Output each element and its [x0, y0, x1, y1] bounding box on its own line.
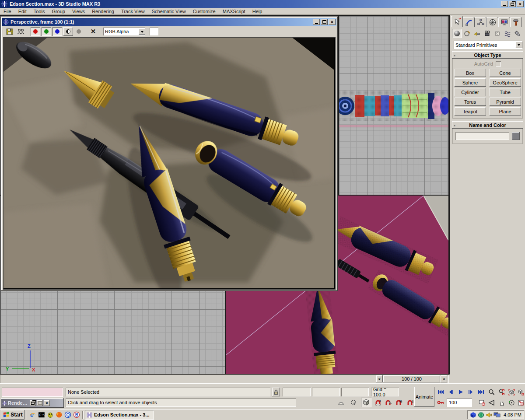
tray-volume-icon[interactable]	[486, 412, 492, 418]
tab-display[interactable]	[498, 17, 510, 27]
monochrome-toggle[interactable]	[63, 27, 73, 36]
current-frame-field[interactable]: 100	[447, 398, 472, 407]
snap-toggle-3d[interactable]: 3	[373, 398, 383, 407]
object-type-box[interactable]: Box	[455, 69, 486, 77]
quicklaunch-q-app-icon[interactable]: Q	[63, 411, 72, 419]
coordinate-x-field[interactable]	[283, 388, 311, 396]
time-slider-prev-button[interactable]: <	[376, 375, 383, 382]
zoom-extents-all-button[interactable]	[517, 388, 525, 396]
menu-tools[interactable]: Tools	[30, 8, 49, 14]
app-minimize-button[interactable]	[501, 1, 508, 7]
app-close-button[interactable]: ×	[517, 1, 524, 7]
object-type-cylinder[interactable]: Cylinder	[455, 88, 486, 96]
object-type-plane[interactable]: Plane	[490, 107, 521, 116]
menu-customize[interactable]: Customize	[189, 8, 219, 14]
object-type-geosphere[interactable]: GeoSphere	[490, 78, 521, 87]
category-shapes[interactable]	[462, 29, 472, 38]
play-button[interactable]	[456, 388, 466, 396]
viewport-top-right[interactable]	[339, 16, 448, 195]
object-name-input[interactable]	[455, 132, 509, 140]
render-minimize-button[interactable]	[313, 19, 320, 25]
chevron-down-icon[interactable]	[515, 42, 522, 48]
animate-button[interactable]: Animate	[414, 387, 434, 407]
menu-rendering[interactable]: Rendering	[88, 8, 118, 14]
task-button-max[interactable]: Edson Section.max - 3...	[85, 410, 154, 420]
render-window-titlebar[interactable]: Perspective, frame 100 (1:1) ×	[2, 18, 336, 26]
render-frame-window[interactable]: Perspective, frame 100 (1:1) × ✕	[1, 17, 338, 291]
category-space-warps[interactable]	[502, 29, 512, 38]
menu-group[interactable]: Group	[48, 8, 69, 14]
quicklaunch-terminal-icon[interactable]: C:\	[37, 411, 46, 419]
go-to-start-button[interactable]	[436, 388, 445, 396]
category-cameras[interactable]	[482, 29, 492, 38]
key-mode-toggle[interactable]	[436, 398, 445, 407]
selection-lock-toggle[interactable]	[272, 388, 280, 396]
time-slider-track[interactable]: < 100 / 100 >	[0, 374, 449, 383]
zoom-button[interactable]	[487, 388, 496, 396]
tray-globe-icon[interactable]	[478, 412, 484, 418]
crossing-selection-toggle[interactable]	[361, 398, 371, 407]
object-type-teapot[interactable]: Teapot	[455, 107, 486, 116]
channel-dropdown[interactable]: RGB Alpha	[103, 28, 145, 35]
spinner-snap-toggle[interactable]	[406, 398, 415, 407]
time-configuration-button[interactable]	[477, 398, 486, 407]
name-color-rollout-header[interactable]: - Name and Color	[452, 121, 523, 129]
app-restore-button[interactable]	[509, 1, 516, 7]
zoom-extents-button[interactable]	[507, 388, 516, 396]
primitives-dropdown[interactable]: Standard Primitives	[454, 41, 522, 49]
quicklaunch-internet-explorer-icon[interactable]: e	[28, 411, 37, 419]
maxscript-mini-listener[interactable]	[2, 388, 63, 397]
next-frame-button[interactable]	[466, 388, 476, 396]
zoom-all-button[interactable]	[497, 388, 506, 396]
tab-modify[interactable]	[463, 17, 475, 27]
menu-track-view[interactable]: Track View	[118, 8, 148, 14]
time-slider-next-button[interactable]: >	[441, 375, 447, 382]
category-lights[interactable]	[472, 29, 482, 38]
tab-utilities[interactable]	[510, 17, 522, 27]
coordinate-z-field[interactable]	[341, 388, 369, 396]
category-helpers[interactable]	[492, 29, 502, 38]
arc-rotate-button[interactable]	[507, 398, 516, 407]
red-channel-toggle[interactable]	[31, 27, 40, 36]
tray-cube-icon[interactable]	[470, 412, 476, 418]
go-to-end-button[interactable]	[476, 388, 486, 396]
pan-button[interactable]	[497, 398, 506, 407]
category-systems[interactable]	[512, 29, 522, 38]
green-channel-toggle[interactable]	[42, 27, 51, 36]
object-type-pyramid[interactable]: Pyramid	[490, 98, 521, 106]
menu-maxscript[interactable]: MAXScript	[219, 8, 249, 14]
angle-snap-toggle[interactable]	[384, 398, 393, 407]
clear-render-button[interactable]: ✕	[88, 27, 98, 36]
tray-display-icon[interactable]	[494, 412, 500, 418]
min-max-toggle-button[interactable]	[517, 398, 525, 407]
quicklaunch-browser-icon[interactable]	[55, 411, 63, 419]
render-scene-maximize-button[interactable]	[37, 400, 43, 406]
quicklaunch-bug-icon[interactable]	[46, 411, 55, 419]
object-type-cone[interactable]: Cone	[490, 69, 521, 77]
render-scene-close-button[interactable]: ×	[44, 400, 50, 406]
selection-region-button[interactable]	[349, 398, 358, 407]
render-close-button[interactable]: ×	[329, 19, 336, 25]
menu-schematic-view[interactable]: Schematic View	[148, 8, 189, 14]
background-color-swatch[interactable]	[150, 28, 158, 35]
save-bitmap-button[interactable]	[5, 27, 14, 36]
tab-hierarchy[interactable]	[475, 17, 486, 27]
autogrid-checkbox[interactable]	[496, 61, 501, 66]
degradation-override-button[interactable]	[336, 398, 346, 407]
menu-file[interactable]: File	[0, 8, 15, 14]
object-type-torus[interactable]: Torus	[455, 98, 486, 106]
menu-help[interactable]: Help	[249, 8, 266, 14]
menu-edit[interactable]: Edit	[15, 8, 30, 14]
clone-render-button[interactable]	[16, 27, 26, 36]
category-geometry[interactable]	[452, 29, 462, 38]
tab-create[interactable]	[451, 16, 463, 27]
alpha-channel-toggle[interactable]	[74, 27, 83, 36]
coordinate-y-field[interactable]	[312, 388, 340, 396]
render-scene-minimized-window[interactable]: Render Scene ×	[1, 398, 64, 408]
render-maximize-button[interactable]	[321, 19, 328, 25]
menu-views[interactable]: Views	[69, 8, 88, 14]
time-slider-handle[interactable]: 100 / 100	[383, 375, 440, 382]
percent-snap-toggle[interactable]: %	[394, 398, 404, 407]
previous-frame-button[interactable]	[446, 388, 455, 396]
tab-motion[interactable]	[486, 17, 498, 27]
